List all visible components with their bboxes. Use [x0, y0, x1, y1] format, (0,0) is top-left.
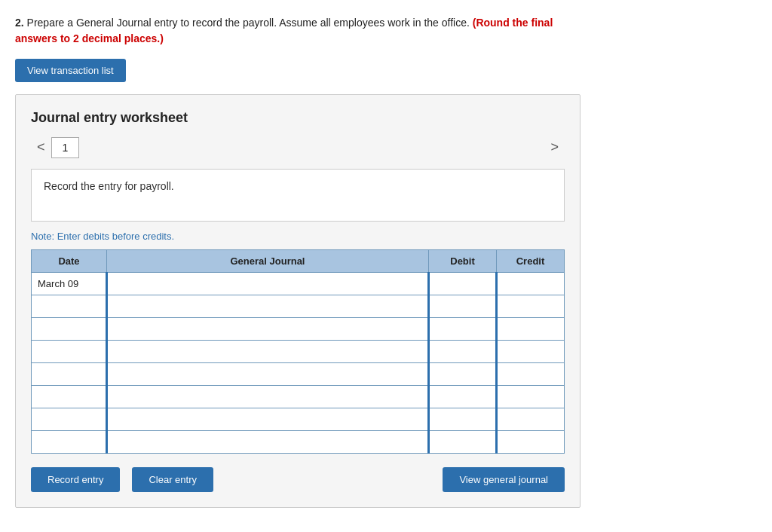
date-cell: [32, 431, 107, 454]
credit-cell[interactable]: [497, 341, 565, 363]
date-cell: [32, 318, 107, 341]
debit-input[interactable]: [430, 363, 495, 385]
action-buttons-row: Record entry Clear entry View general jo…: [31, 467, 565, 492]
general-journal-cell[interactable]: [107, 408, 429, 431]
debit-input[interactable]: [430, 318, 495, 340]
general-journal-cell[interactable]: [107, 341, 429, 363]
question-text: 2. Prepare a General Journal entry to re…: [15, 15, 588, 47]
debit-cell[interactable]: [429, 386, 497, 408]
credit-cell[interactable]: [497, 295, 565, 318]
credit-input[interactable]: [498, 318, 564, 340]
date-cell: [32, 341, 107, 363]
col-header-date: Date: [32, 250, 107, 273]
general-journal-input[interactable]: [108, 318, 427, 340]
debit-cell[interactable]: [429, 318, 497, 341]
table-row: [32, 318, 565, 341]
credit-cell[interactable]: [497, 363, 565, 386]
debit-input[interactable]: [430, 386, 495, 408]
debit-input[interactable]: [430, 431, 495, 453]
credit-input[interactable]: [498, 386, 564, 408]
table-row: [32, 408, 565, 431]
credit-input[interactable]: [498, 341, 564, 362]
debit-cell[interactable]: [429, 341, 497, 363]
debit-cell[interactable]: [429, 273, 497, 295]
general-journal-cell[interactable]: [107, 295, 429, 318]
credit-cell[interactable]: [497, 431, 565, 454]
general-journal-input[interactable]: [108, 295, 427, 317]
credit-input[interactable]: [498, 363, 564, 385]
credit-cell[interactable]: [497, 386, 565, 408]
debit-input[interactable]: [430, 273, 495, 295]
col-header-credit: Credit: [497, 250, 565, 273]
question-number: 2.: [15, 17, 24, 29]
general-journal-input[interactable]: [108, 273, 427, 295]
tab-number: 1: [51, 137, 80, 158]
date-cell: [32, 363, 107, 386]
general-journal-input[interactable]: [108, 431, 427, 453]
debit-input[interactable]: [430, 408, 495, 430]
debit-cell[interactable]: [429, 431, 497, 454]
entry-description-box: Record the entry for payroll.: [31, 169, 565, 222]
date-cell: [32, 295, 107, 318]
credit-input[interactable]: [498, 408, 564, 430]
general-journal-input[interactable]: [108, 341, 427, 362]
credit-cell[interactable]: [497, 408, 565, 431]
credit-input[interactable]: [498, 295, 564, 317]
tab-next-button[interactable]: >: [544, 136, 565, 158]
tab-prev-button[interactable]: <: [31, 136, 51, 158]
debit-cell[interactable]: [429, 363, 497, 386]
table-row: [32, 341, 565, 363]
credit-input[interactable]: [498, 273, 564, 295]
table-row: [32, 386, 565, 408]
table-row: [32, 363, 565, 386]
general-journal-cell[interactable]: [107, 431, 429, 454]
date-cell: March 09: [32, 273, 107, 295]
general-journal-cell[interactable]: [107, 318, 429, 341]
date-cell: [32, 386, 107, 408]
date-cell: [32, 408, 107, 431]
record-entry-button[interactable]: Record entry: [31, 467, 120, 492]
general-journal-cell[interactable]: [107, 363, 429, 386]
debit-cell[interactable]: [429, 295, 497, 318]
debit-input[interactable]: [430, 341, 495, 362]
general-journal-input[interactable]: [108, 408, 427, 430]
table-row: March 09: [32, 273, 565, 295]
tab-navigation: < 1 >: [31, 136, 565, 158]
credit-cell[interactable]: [497, 273, 565, 295]
credit-cell[interactable]: [497, 318, 565, 341]
general-journal-input[interactable]: [108, 363, 427, 385]
general-journal-input[interactable]: [108, 386, 427, 408]
general-journal-cell[interactable]: [107, 386, 429, 408]
clear-entry-button[interactable]: Clear entry: [132, 467, 213, 492]
general-journal-cell[interactable]: [107, 273, 429, 295]
note-text: Note: Enter debits before credits.: [31, 231, 565, 242]
credit-input[interactable]: [498, 431, 564, 453]
journal-table: Date General Journal Debit Credit March …: [31, 249, 565, 454]
col-header-general-journal: General Journal: [107, 250, 429, 273]
table-row: [32, 431, 565, 454]
question-body: Prepare a General Journal entry to recor…: [27, 17, 473, 29]
view-transaction-list-button[interactable]: View transaction list: [15, 59, 126, 82]
view-general-journal-button[interactable]: View general journal: [443, 467, 565, 492]
debit-input[interactable]: [430, 295, 495, 317]
entry-description-text: Record the entry for payroll.: [44, 180, 174, 192]
table-row: [32, 295, 565, 318]
debit-cell[interactable]: [429, 408, 497, 431]
worksheet-title: Journal entry worksheet: [31, 110, 565, 126]
worksheet-container: Journal entry worksheet < 1 > Record the…: [15, 94, 581, 508]
col-header-debit: Debit: [429, 250, 497, 273]
